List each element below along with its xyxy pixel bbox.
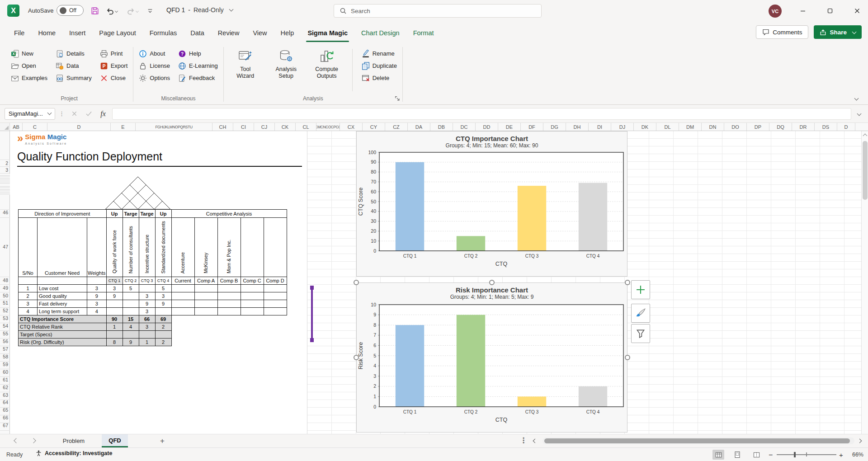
column-header-dm[interactable]: DM xyxy=(679,123,702,131)
column-header-dn[interactable]: DN xyxy=(702,123,724,131)
summary-button[interactable]: Summary xyxy=(56,72,92,84)
column-header-dk[interactable]: DK xyxy=(634,123,656,131)
tab-chart-design[interactable]: Chart Design xyxy=(354,22,406,44)
summary-value[interactable] xyxy=(106,331,123,339)
comp-label-current[interactable]: Current xyxy=(171,277,194,285)
row-header-65[interactable]: 65 xyxy=(3,407,8,413)
need-score[interactable]: 9 xyxy=(106,292,123,300)
tab-review[interactable]: Review xyxy=(211,22,246,44)
comp-score-cell[interactable] xyxy=(217,292,241,300)
minimize-button[interactable] xyxy=(792,0,814,22)
comments-button[interactable]: Comments xyxy=(756,25,808,39)
need-score[interactable]: 3 xyxy=(155,292,171,300)
column-header-dp[interactable]: DP xyxy=(747,123,769,131)
column-header-dd[interactable]: DD xyxy=(476,123,498,131)
comp-label-comp-b[interactable]: Comp B xyxy=(217,277,241,285)
share-button[interactable]: Share xyxy=(814,25,862,39)
license-button[interactable]: License xyxy=(139,60,170,71)
bar-ctq-4[interactable] xyxy=(579,183,607,251)
print-button[interactable]: Print xyxy=(100,48,128,59)
need-score[interactable] xyxy=(155,308,171,315)
normal-view-button[interactable] xyxy=(712,450,724,460)
summary-value[interactable]: 8 xyxy=(106,339,123,346)
summary-value[interactable]: 3 xyxy=(139,323,155,331)
duplicate-button[interactable]: Duplicate xyxy=(362,60,397,71)
tabbar-options-icon[interactable]: ••• xyxy=(523,437,524,444)
row-header-46[interactable]: 46 xyxy=(3,210,8,215)
row-header-60[interactable]: 60 xyxy=(3,369,8,375)
tab-sigma-magic[interactable]: Sigma Magic xyxy=(301,22,354,44)
column-header-dr[interactable]: DR xyxy=(792,123,815,131)
need-sno[interactable]: 3 xyxy=(19,300,38,308)
export-button[interactable]: PExport xyxy=(100,60,128,71)
chart-elements-button[interactable] xyxy=(631,280,650,299)
options-button[interactable]: Options xyxy=(139,72,170,84)
title-dropdown-icon[interactable] xyxy=(229,7,233,12)
need-sno[interactable]: 4 xyxy=(19,308,38,315)
qfd-empty-cell[interactable] xyxy=(87,277,107,285)
column-header-di[interactable]: DI xyxy=(589,123,611,131)
row-header-3[interactable]: 3 xyxy=(5,167,8,173)
column-header-e[interactable]: E xyxy=(111,123,136,131)
accessibility-status[interactable]: Accessibility: Investigate xyxy=(35,450,112,457)
summary-value[interactable]: 1 xyxy=(139,339,155,346)
column-header-dh[interactable]: DH xyxy=(566,123,589,131)
row-header-58[interactable]: 58 xyxy=(3,354,8,359)
rename-button[interactable]: Rename xyxy=(362,48,397,59)
header-weights[interactable]: Weights xyxy=(87,218,107,277)
need-score[interactable] xyxy=(106,300,123,308)
direction-up-1[interactable]: Up xyxy=(106,210,123,218)
direction-of-improvement-header[interactable]: Direction of Improvement xyxy=(19,210,107,218)
scroll-left-icon[interactable] xyxy=(533,439,538,443)
comp-label-comp-a[interactable]: Comp A xyxy=(194,277,217,285)
expand-formula-bar-icon[interactable] xyxy=(857,112,862,116)
comp-score-cell[interactable] xyxy=(241,292,264,300)
zoom-level[interactable]: 66% xyxy=(848,452,863,458)
formula-input[interactable] xyxy=(112,108,851,120)
autosave-toggle[interactable]: Off xyxy=(57,5,84,16)
delete-button[interactable]: Delete xyxy=(362,72,397,84)
cancel-formula-icon[interactable] xyxy=(69,108,80,119)
row-header-52[interactable]: 52 xyxy=(3,308,8,313)
bar-ctq-4[interactable] xyxy=(579,386,607,407)
tab-data[interactable]: Data xyxy=(184,22,211,44)
undo-button[interactable] xyxy=(104,5,119,16)
competitor-name-empty-3[interactable] xyxy=(241,218,264,277)
need-score[interactable] xyxy=(123,308,139,315)
column-header-d[interactable]: D xyxy=(837,123,855,131)
need-score[interactable] xyxy=(106,308,123,315)
column-header-ch[interactable]: CH xyxy=(212,123,233,131)
row-header-63[interactable]: 63 xyxy=(3,392,8,398)
row-header-50[interactable]: 50 xyxy=(3,293,8,298)
row-header-49[interactable]: 49 xyxy=(3,285,8,291)
direction-up-4[interactable]: Up xyxy=(155,210,171,218)
ctq-name-incentive-structure[interactable]: Incentive structure xyxy=(139,218,155,277)
column-header-ds[interactable]: DS xyxy=(815,123,837,131)
select-all-corner[interactable] xyxy=(0,123,10,131)
tab-formulas[interactable]: Formulas xyxy=(143,22,184,44)
tab-help[interactable]: Help xyxy=(274,22,301,44)
need-fast-delivery[interactable]: Fast delivery xyxy=(38,300,87,308)
column-header-db[interactable]: DB xyxy=(430,123,453,131)
tab-page-layout[interactable]: Page Layout xyxy=(92,22,142,44)
qfd-empty-cell[interactable] xyxy=(19,277,38,285)
column-header-cl[interactable]: CL xyxy=(296,123,316,131)
selection-handle-mid-right[interactable] xyxy=(625,355,630,360)
horizontal-scroll-thumb[interactable] xyxy=(544,438,850,443)
need-score[interactable]: 3 xyxy=(139,308,155,315)
tool-wizard-button[interactable]: ToolWizard xyxy=(229,46,262,94)
e-learning-button[interactable]: E-Learning xyxy=(178,60,218,71)
need-sno[interactable]: 1 xyxy=(19,285,38,292)
document-title[interactable]: QFD 1 - Read-Only xyxy=(166,6,233,14)
need-score[interactable]: 5 xyxy=(155,285,171,292)
close-button[interactable]: Close xyxy=(100,72,128,84)
redo-button[interactable] xyxy=(125,5,140,16)
tab-format[interactable]: Format xyxy=(406,22,441,44)
ctq-label-ctq-2[interactable]: CTQ 2 xyxy=(123,277,139,285)
row-header-59[interactable]: 59 xyxy=(3,362,8,367)
summary-value[interactable] xyxy=(155,331,171,339)
ctq-name-number-of-consultants[interactable]: Number of consultants xyxy=(123,218,139,277)
sheet-tab-problem[interactable]: Problem xyxy=(52,434,95,447)
zoom-slider-thumb[interactable] xyxy=(794,452,796,457)
avatar[interactable]: VC xyxy=(769,5,782,18)
